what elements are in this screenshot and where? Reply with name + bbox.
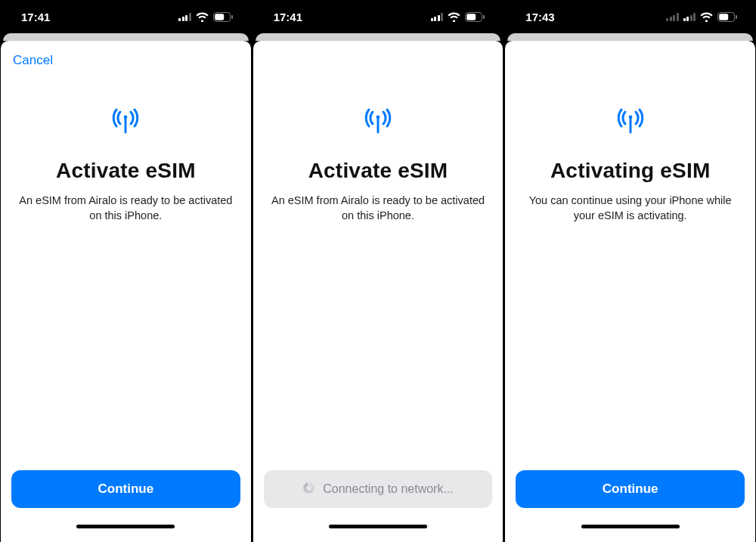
modal-sheet: Activating eSIM You can continue using y… bbox=[505, 41, 755, 542]
status-time: 17:41 bbox=[21, 11, 50, 23]
continue-button[interactable]: Continue bbox=[11, 470, 240, 508]
svg-rect-1 bbox=[215, 14, 224, 20]
battery-icon bbox=[465, 12, 485, 22]
svg-rect-19 bbox=[305, 482, 308, 485]
home-indicator bbox=[581, 525, 680, 528]
spinner-icon bbox=[302, 482, 315, 497]
cancel-button[interactable]: Cancel bbox=[11, 51, 54, 70]
svg-rect-17 bbox=[303, 487, 306, 488]
page-title: Activating eSIM bbox=[550, 159, 710, 183]
battery-icon bbox=[213, 12, 234, 22]
svg-rect-8 bbox=[308, 482, 310, 485]
svg-point-7 bbox=[376, 116, 380, 119]
status-bar: 17:41 bbox=[253, 0, 504, 33]
svg-rect-12 bbox=[311, 488, 314, 491]
page-title: Activate eSIM bbox=[308, 159, 448, 183]
svg-rect-16 bbox=[304, 488, 307, 491]
home-indicator bbox=[329, 525, 427, 528]
antenna-icon bbox=[615, 107, 646, 141]
svg-rect-15 bbox=[305, 490, 308, 493]
connecting-button: Connecting to network... bbox=[264, 470, 493, 508]
wifi-icon bbox=[448, 12, 460, 22]
continue-button[interactable]: Continue bbox=[516, 470, 745, 508]
svg-rect-11 bbox=[311, 487, 314, 488]
sheet-background-peek bbox=[256, 33, 501, 41]
page-subtitle: You can continue using your iPhone while… bbox=[520, 194, 740, 223]
svg-rect-14 bbox=[308, 490, 310, 493]
antenna-icon bbox=[363, 107, 393, 141]
svg-rect-9 bbox=[310, 482, 312, 485]
cellular-signal-icon bbox=[431, 13, 444, 21]
cellular-signal-icon bbox=[666, 13, 679, 21]
svg-rect-2 bbox=[231, 15, 233, 19]
cancel-placeholder bbox=[264, 51, 493, 70]
svg-rect-10 bbox=[311, 485, 314, 487]
cellular-signal-icon bbox=[683, 13, 696, 21]
svg-point-23 bbox=[628, 116, 632, 119]
page-title: Activate eSIM bbox=[56, 159, 196, 183]
svg-rect-5 bbox=[467, 14, 476, 20]
wifi-icon bbox=[196, 12, 209, 22]
sheet-background-peek bbox=[507, 33, 753, 41]
svg-rect-22 bbox=[736, 15, 737, 19]
antenna-icon bbox=[110, 107, 141, 141]
modal-sheet: Cancel Activate eSIM An eSIM from Airalo… bbox=[1, 41, 251, 542]
page-subtitle: An eSIM from Airalo is ready to be activ… bbox=[268, 194, 488, 223]
battery-icon bbox=[717, 12, 738, 22]
modal-sheet: Activate eSIM An eSIM from Airalo is rea… bbox=[253, 41, 503, 542]
svg-point-3 bbox=[124, 116, 128, 119]
status-time: 17:41 bbox=[274, 11, 302, 23]
status-bar: 17:43 bbox=[504, 0, 756, 33]
svg-rect-21 bbox=[719, 14, 728, 20]
home-indicator bbox=[76, 525, 175, 528]
wifi-icon bbox=[700, 12, 713, 22]
svg-rect-6 bbox=[483, 15, 485, 19]
svg-rect-13 bbox=[310, 490, 312, 493]
svg-rect-18 bbox=[304, 485, 307, 487]
connecting-label: Connecting to network... bbox=[323, 482, 454, 496]
page-subtitle: An eSIM from Airalo is ready to be activ… bbox=[16, 194, 236, 223]
sheet-background-peek bbox=[3, 33, 249, 41]
cancel-placeholder bbox=[516, 51, 745, 70]
status-bar: 17:41 bbox=[0, 0, 252, 33]
cellular-signal-icon bbox=[178, 13, 191, 21]
status-time: 17:43 bbox=[525, 11, 554, 23]
